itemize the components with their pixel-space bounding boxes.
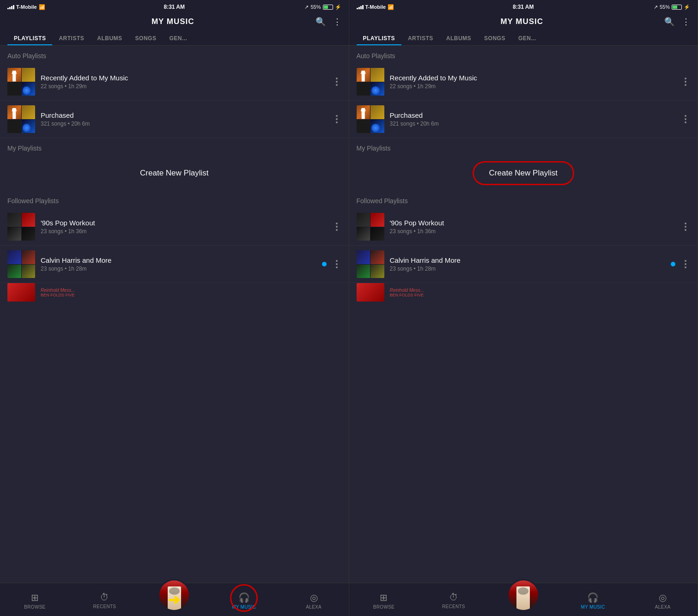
battery-percent: 55% [310, 4, 321, 10]
playlist-more-button[interactable] [681, 219, 690, 235]
tab-genre-right[interactable]: GEN... [512, 30, 543, 45]
center-album-art [158, 579, 190, 611]
playlist-more-button[interactable] [332, 111, 341, 127]
list-item[interactable]: Purchased 321 songs • 20h 6m [0, 101, 349, 138]
bottom-nav: ⊞ BROWSE ⏱ RECENTS 🎧 MY MUSIC [0, 583, 349, 616]
playlist-name: Purchased [390, 111, 681, 119]
headphones-icon: 🎧 [238, 592, 250, 603]
playlist-name: Recently Added to My Music [41, 74, 332, 82]
tab-songs[interactable]: SONGS [129, 30, 163, 45]
nav-alexa-label: ALEXA [306, 604, 322, 610]
playlist-meta: 23 songs • 1h 28m [41, 266, 332, 272]
recents-icon-right: ⏱ [449, 592, 458, 603]
playlist-more-button[interactable] [332, 219, 341, 235]
playlist-more-button[interactable] [681, 74, 690, 90]
playlist-info: Purchased 321 songs • 20h 6m [390, 111, 681, 127]
nav-my-music-right[interactable]: 🎧 MY MUSIC [558, 583, 628, 616]
list-item[interactable]: '90s Pop Workout 23 songs • 1h 36m [0, 208, 349, 246]
tab-artists-right[interactable]: ARTISTS [401, 30, 440, 45]
playlist-more-button[interactable] [332, 74, 341, 90]
playlist-thumbnail [7, 105, 35, 133]
nav-recents-label: RECENTS [93, 604, 116, 609]
playlist-meta: 321 songs • 20h 6m [390, 121, 681, 127]
tab-albums-right[interactable]: ALBUMS [440, 30, 478, 45]
playlist-meta: 22 songs • 1h 29m [41, 83, 332, 90]
recents-icon: ⏱ [100, 592, 109, 603]
center-album-art-right [507, 579, 540, 611]
playlist-meta: 321 songs • 20h 6m [41, 121, 332, 127]
header-right: MY MUSIC 🔍 ⋮ [349, 13, 698, 30]
playlist-info: Recently Added to My Music 22 songs • 1h… [41, 74, 332, 90]
playlist-meta: 22 songs • 1h 29m [390, 83, 681, 90]
nav-my-music[interactable]: 🎧 MY MUSIC ➜ [209, 583, 279, 616]
nav-browse-label: BROWSE [24, 604, 45, 610]
tab-artists[interactable]: ARTISTS [52, 30, 91, 45]
headphones-icon-right: 🎧 [587, 592, 599, 603]
playlist-thumbnail [7, 68, 35, 96]
bottom-nav-right: ⊞ BROWSE ⏱ RECENTS 🎧 MY MUSIC [349, 583, 698, 616]
search-icon-right[interactable]: 🔍 [664, 17, 674, 27]
nav-alexa[interactable]: ◎ ALEXA [279, 583, 349, 616]
tab-playlists-right[interactable]: PLAYLISTS [357, 30, 401, 45]
playlist-name: Calvin Harris and More [390, 256, 681, 264]
playlist-name: Purchased [41, 111, 332, 119]
tab-genre[interactable]: GEN... [163, 30, 194, 45]
playlist-thumbnail [357, 250, 384, 278]
content-area: Auto Playlists Recently Added to My Musi [0, 46, 349, 583]
search-icon[interactable]: 🔍 [316, 17, 326, 27]
tab-songs-right[interactable]: SONGS [478, 30, 512, 45]
create-playlist-button-right[interactable]: Create New Playlist ➜ [349, 157, 698, 189]
nav-my-music-label: MY MUSIC [232, 604, 256, 610]
playlist-thumbnail [7, 250, 35, 278]
playlist-meta: 23 songs • 1h 36m [41, 228, 332, 235]
header-icons-right: 🔍 ⋮ [664, 17, 690, 27]
nav-alexa-label-right: ALEXA [655, 604, 671, 610]
carrier-label: T-Mobile [16, 4, 37, 10]
followed-playlists-header-right: Followed Playlists [349, 191, 698, 208]
create-playlist-button[interactable]: Create New Playlist [0, 157, 349, 189]
status-bar-right: T-Mobile 📶 8:31 AM ↗ 55% ⚡ [349, 0, 698, 13]
carrier-label-right: T-Mobile [365, 4, 386, 10]
more-options-icon[interactable]: ⋮ [333, 17, 341, 27]
playlist-name: '90s Pop Workout [390, 219, 681, 227]
battery-percent-right: 55% [660, 4, 670, 10]
overflow-area-right: Reinhold Mess... BEN FOLDS FIVE [349, 283, 698, 302]
nav-my-music-label-right: MY MUSIC [581, 604, 605, 610]
signal-bars-right [357, 5, 364, 9]
list-item[interactable]: Purchased 321 songs • 20h 6m [349, 101, 698, 138]
right-panel: T-Mobile 📶 8:31 AM ↗ 55% ⚡ MY MUSIC 🔍 ⋮ … [349, 0, 698, 616]
playlist-more-button[interactable] [681, 111, 690, 127]
content-area-right: Auto Playlists Recently Added to My Musi… [349, 46, 698, 583]
playlist-info: Purchased 321 songs • 20h 6m [41, 111, 332, 127]
more-options-icon-right[interactable]: ⋮ [682, 17, 690, 27]
nav-browse-right[interactable]: ⊞ BROWSE [349, 583, 419, 616]
playing-indicator [322, 262, 327, 266]
playlist-name: Calvin Harris and More [41, 256, 332, 264]
auto-playlists-header: Auto Playlists [0, 46, 349, 63]
create-playlist-label: Create New Playlist [140, 169, 208, 177]
nav-recents[interactable]: ⏱ RECENTS [70, 583, 140, 616]
playlist-thumbnail [7, 213, 35, 241]
list-item[interactable]: Calvin Harris and More 23 songs • 1h 28m [349, 246, 698, 283]
playlist-more-button[interactable] [332, 256, 341, 272]
playlist-meta: 23 songs • 1h 28m [390, 266, 681, 272]
tab-playlists[interactable]: PLAYLISTS [7, 30, 52, 45]
playlist-more-button[interactable] [681, 256, 690, 272]
nav-browse[interactable]: ⊞ BROWSE [0, 583, 70, 616]
playlist-name: Recently Added to My Music [390, 74, 681, 82]
playlist-thumbnail [357, 68, 384, 96]
header: MY MUSIC 🔍 ⋮ [0, 13, 349, 30]
status-time: 8:31 AM [164, 4, 185, 10]
alexa-icon-right: ◎ [659, 592, 667, 603]
alexa-icon: ◎ [310, 592, 318, 603]
location-icon: ↗ [304, 4, 309, 10]
charging-icon-right: ⚡ [684, 4, 690, 10]
playing-indicator [671, 262, 675, 266]
list-item[interactable]: Calvin Harris and More 23 songs • 1h 28m [0, 246, 349, 283]
nav-recents-right[interactable]: ⏱ RECENTS [419, 583, 488, 616]
nav-alexa-right[interactable]: ◎ ALEXA [628, 583, 698, 616]
list-item[interactable]: '90s Pop Workout 23 songs • 1h 36m [349, 208, 698, 246]
tab-albums[interactable]: ALBUMS [91, 30, 128, 45]
list-item[interactable]: Recently Added to My Music 22 songs • 1h… [349, 63, 698, 101]
list-item[interactable]: Recently Added to My Music 22 songs • 1h… [0, 63, 349, 101]
